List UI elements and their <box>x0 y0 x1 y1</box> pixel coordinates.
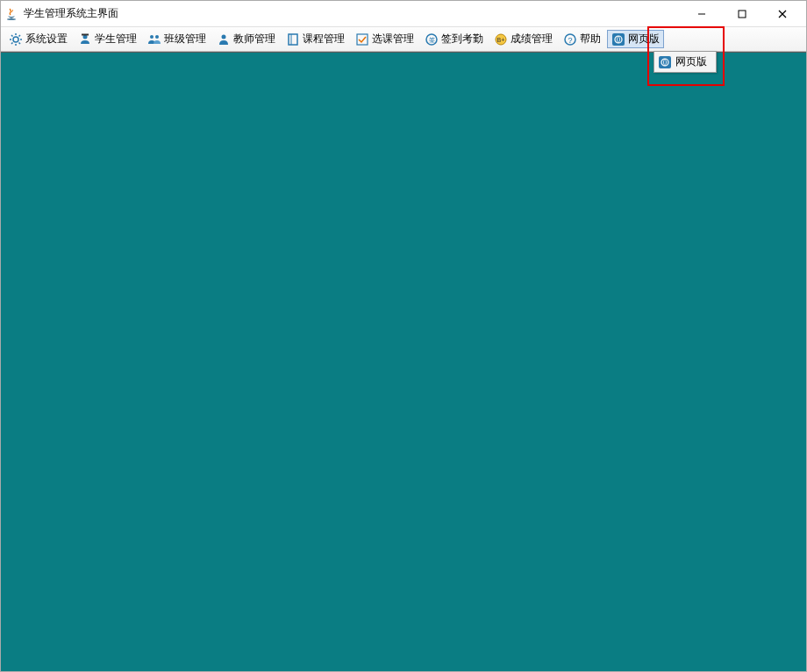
badge-icon: B+ <box>494 32 508 46</box>
svg-rect-22 <box>659 56 671 68</box>
svg-text:B+: B+ <box>497 37 505 43</box>
svg-point-0 <box>7 18 16 20</box>
menu-label: 教师管理 <box>233 32 275 46</box>
book-icon <box>286 32 300 46</box>
svg-point-8 <box>150 35 154 39</box>
svg-rect-2 <box>739 11 746 18</box>
menu-course-management[interactable]: 课程管理 <box>282 30 349 48</box>
svg-text:签: 签 <box>429 37 435 43</box>
menu-label: 课程管理 <box>303 32 345 46</box>
window-title: 学生管理系统主界面 <box>24 6 118 21</box>
menu-label: 班级管理 <box>164 32 206 46</box>
teacher-icon <box>217 32 231 46</box>
menu-label: 学生管理 <box>95 32 137 46</box>
menu-grade-management[interactable]: B+ 成绩管理 <box>489 30 557 48</box>
menu-label: 系统设置 <box>25 32 68 46</box>
svg-point-9 <box>155 35 159 39</box>
menu-attendance[interactable]: 签 签到考勤 <box>420 30 488 48</box>
menu-label: 网页版 <box>628 32 660 46</box>
titlebar: 学生管理系统主界面 <box>1 1 806 27</box>
web-version-dropdown: 网页版 <box>653 51 717 73</box>
svg-rect-7 <box>82 33 89 35</box>
web-icon <box>611 32 625 46</box>
svg-point-5 <box>13 37 18 42</box>
svg-rect-20 <box>612 33 625 46</box>
menu-label: 选课管理 <box>372 32 414 46</box>
menu-system-settings[interactable]: 系统设置 <box>4 30 72 48</box>
dropdown-label: 网页版 <box>675 54 707 69</box>
maximize-button[interactable] <box>722 1 762 27</box>
menu-course-selection[interactable]: 选课管理 <box>351 30 418 48</box>
web-icon <box>658 55 672 69</box>
window-controls <box>682 1 803 27</box>
menu-help[interactable]: ? 帮助 <box>559 30 605 48</box>
menu-label: 帮助 <box>580 32 601 46</box>
close-button[interactable] <box>762 1 803 27</box>
svg-rect-13 <box>357 34 368 45</box>
checklist-icon <box>355 32 369 46</box>
group-icon <box>147 32 161 46</box>
gear-icon <box>9 32 23 46</box>
student-icon <box>78 32 92 46</box>
menubar: 系统设置 学生管理 班级管理 教师管理 课程管理 <box>1 27 806 52</box>
svg-rect-11 <box>289 34 297 45</box>
dropdown-item-web-version[interactable]: 网页版 <box>654 52 716 72</box>
java-icon <box>4 7 18 21</box>
menu-student-management[interactable]: 学生管理 <box>74 30 141 48</box>
main-window: 学生管理系统主界面 系统设置 学生管理 <box>0 0 807 672</box>
help-icon: ? <box>563 32 577 46</box>
minimize-button[interactable] <box>682 1 722 27</box>
menu-class-management[interactable]: 班级管理 <box>143 30 211 48</box>
svg-text:?: ? <box>568 35 572 44</box>
seal-icon: 签 <box>425 32 439 46</box>
menu-web-version[interactable]: 网页版 <box>607 30 664 48</box>
content-area <box>1 52 806 671</box>
svg-point-10 <box>222 34 226 39</box>
menu-label: 成绩管理 <box>511 32 553 46</box>
menu-label: 签到考勤 <box>441 32 483 46</box>
menu-teacher-management[interactable]: 教师管理 <box>212 30 280 48</box>
